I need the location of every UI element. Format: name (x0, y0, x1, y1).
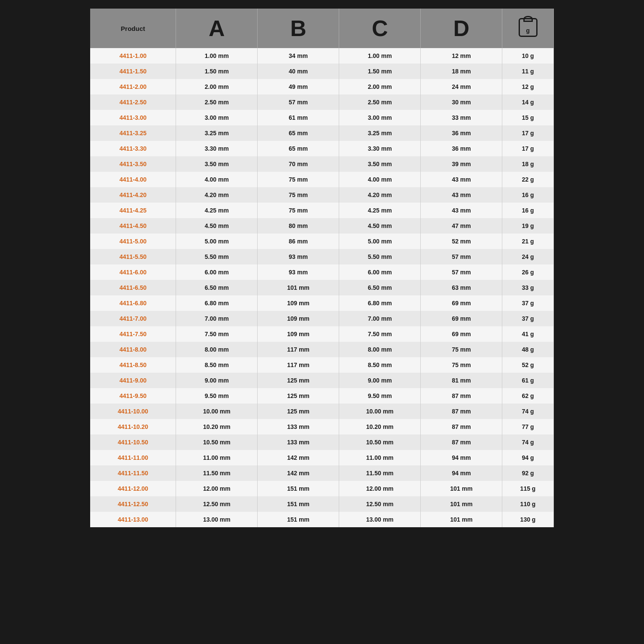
cell-c: 4.20 mm (339, 187, 421, 203)
cell-a: 1.50 mm (176, 64, 258, 79)
cell-b: 125 mm (258, 373, 339, 388)
cell-d: 24 mm (421, 79, 502, 94)
cell-weight: 33 g (502, 280, 554, 295)
cell-b: 117 mm (258, 342, 339, 357)
cell-weight: 17 g (502, 141, 554, 156)
cell-d: 33 mm (421, 110, 502, 125)
cell-product: 4411-13.00 (90, 512, 176, 527)
table-row: 4411-3.303.30 mm65 mm3.30 mm36 mm17 g (90, 141, 554, 156)
cell-product: 4411-12.50 (90, 496, 176, 512)
cell-b: 75 mm (258, 187, 339, 203)
cell-b: 151 mm (258, 481, 339, 496)
cell-weight: 94 g (502, 450, 554, 465)
table-row: 4411-4.004.00 mm75 mm4.00 mm43 mm22 g (90, 172, 554, 187)
table-row: 4411-11.0011.00 mm142 mm11.00 mm94 mm94 … (90, 450, 554, 465)
table-row: 4411-9.009.00 mm125 mm9.00 mm81 mm61 g (90, 373, 554, 388)
cell-d: 43 mm (421, 203, 502, 218)
cell-a: 13.00 mm (176, 512, 258, 527)
cell-c: 9.50 mm (339, 388, 421, 404)
cell-d: 39 mm (421, 156, 502, 172)
cell-a: 4.25 mm (176, 203, 258, 218)
cell-c: 10.20 mm (339, 419, 421, 434)
cell-d: 63 mm (421, 280, 502, 295)
cell-a: 11.00 mm (176, 450, 258, 465)
cell-c: 3.30 mm (339, 141, 421, 156)
cell-product: 4411-9.50 (90, 388, 176, 404)
cell-b: 80 mm (258, 218, 339, 234)
product-table-wrapper: Product A B C D 4411-1.001.00 (90, 9, 554, 527)
cell-d: 75 mm (421, 342, 502, 357)
cell-weight: 14 g (502, 94, 554, 110)
cell-c: 11.50 mm (339, 465, 421, 481)
table-row: 4411-6.506.50 mm101 mm6.50 mm63 mm33 g (90, 280, 554, 295)
cell-c: 7.00 mm (339, 311, 421, 326)
cell-c: 4.00 mm (339, 172, 421, 187)
cell-d: 101 mm (421, 481, 502, 496)
weight-icon (519, 18, 538, 37)
cell-c: 13.00 mm (339, 512, 421, 527)
cell-b: 142 mm (258, 450, 339, 465)
cell-product: 4411-3.25 (90, 125, 176, 141)
cell-d: 43 mm (421, 187, 502, 203)
cell-a: 6.00 mm (176, 264, 258, 280)
cell-c: 9.00 mm (339, 373, 421, 388)
cell-d: 69 mm (421, 311, 502, 326)
cell-b: 86 mm (258, 234, 339, 249)
cell-a: 2.50 mm (176, 94, 258, 110)
cell-b: 65 mm (258, 141, 339, 156)
cell-d: 101 mm (421, 512, 502, 527)
col-b-label: B (290, 16, 307, 41)
cell-product: 4411-8.00 (90, 342, 176, 357)
cell-a: 12.50 mm (176, 496, 258, 512)
product-label: Product (121, 25, 145, 32)
cell-c: 5.00 mm (339, 234, 421, 249)
cell-c: 10.00 mm (339, 404, 421, 419)
cell-b: 151 mm (258, 512, 339, 527)
product-table: Product A B C D 4411-1.001.00 (90, 9, 554, 527)
cell-a: 1.00 mm (176, 48, 258, 64)
table-row: 4411-10.0010.00 mm125 mm10.00 mm87 mm74 … (90, 404, 554, 419)
cell-a: 3.25 mm (176, 125, 258, 141)
cell-weight: 10 g (502, 48, 554, 64)
cell-weight: 11 g (502, 64, 554, 79)
table-row: 4411-11.5011.50 mm142 mm11.50 mm94 mm92 … (90, 465, 554, 481)
header-col-c: C (339, 9, 421, 48)
cell-b: 93 mm (258, 249, 339, 264)
cell-d: 18 mm (421, 64, 502, 79)
cell-d: 12 mm (421, 48, 502, 64)
cell-weight: 48 g (502, 342, 554, 357)
header-col-a: A (176, 9, 258, 48)
cell-b: 70 mm (258, 156, 339, 172)
cell-a: 3.30 mm (176, 141, 258, 156)
table-row: 4411-4.254.25 mm75 mm4.25 mm43 mm16 g (90, 203, 554, 218)
cell-c: 11.00 mm (339, 450, 421, 465)
cell-product: 4411-2.00 (90, 79, 176, 94)
cell-weight: 24 g (502, 249, 554, 264)
cell-b: 75 mm (258, 172, 339, 187)
cell-weight: 62 g (502, 388, 554, 404)
cell-b: 125 mm (258, 388, 339, 404)
cell-d: 94 mm (421, 465, 502, 481)
table-row: 4411-9.509.50 mm125 mm9.50 mm87 mm62 g (90, 388, 554, 404)
cell-weight: 41 g (502, 326, 554, 342)
cell-weight: 17 g (502, 125, 554, 141)
cell-b: 109 mm (258, 326, 339, 342)
cell-c: 6.80 mm (339, 295, 421, 311)
cell-a: 6.80 mm (176, 295, 258, 311)
cell-weight: 37 g (502, 311, 554, 326)
header-product: Product (90, 9, 176, 48)
cell-b: 57 mm (258, 94, 339, 110)
cell-b: 125 mm (258, 404, 339, 419)
cell-c: 7.50 mm (339, 326, 421, 342)
cell-b: 142 mm (258, 465, 339, 481)
cell-b: 40 mm (258, 64, 339, 79)
cell-weight: 21 g (502, 234, 554, 249)
table-row: 4411-5.005.00 mm86 mm5.00 mm52 mm21 g (90, 234, 554, 249)
cell-c: 6.00 mm (339, 264, 421, 280)
cell-d: 43 mm (421, 172, 502, 187)
cell-c: 3.50 mm (339, 156, 421, 172)
header-col-d: D (421, 9, 502, 48)
cell-a: 9.50 mm (176, 388, 258, 404)
table-row: 4411-4.504.50 mm80 mm4.50 mm47 mm19 g (90, 218, 554, 234)
cell-b: 65 mm (258, 125, 339, 141)
